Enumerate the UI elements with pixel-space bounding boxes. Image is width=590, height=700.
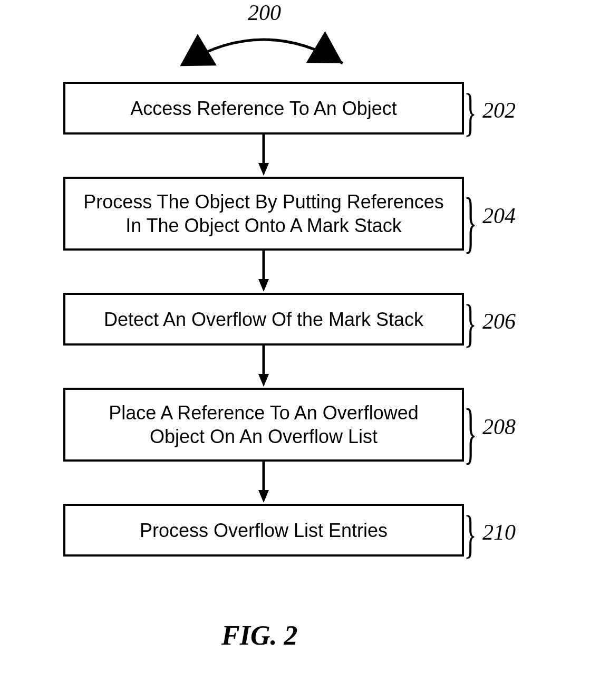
svg-marker-7 (258, 490, 269, 503)
figure-caption: FIG. 2 (221, 620, 297, 651)
ref-brace: } (464, 504, 477, 564)
step-text: Process The Object By Putting References… (83, 190, 444, 237)
arrow-208-210 (258, 462, 269, 504)
ref-brace: } (464, 182, 477, 261)
ref-label-206: 206 (482, 309, 516, 334)
ref-brace: } (464, 82, 477, 142)
diagram-canvas: 200 Access Reference To An Object } 202 … (0, 0, 590, 700)
svg-marker-3 (258, 279, 269, 292)
ref-label-208: 208 (482, 414, 516, 439)
svg-marker-5 (258, 374, 269, 387)
ref-label-202: 202 (482, 98, 516, 123)
step-box-206: Detect An Overflow Of the Mark Stack (63, 293, 464, 346)
arrow-202-204 (258, 135, 269, 177)
step-text: Detect An Overflow Of the Mark Stack (104, 308, 423, 331)
top-label-200: 200 (248, 0, 281, 25)
ref-label-204: 204 (482, 203, 516, 228)
ref-brace: } (464, 293, 477, 353)
ref-brace: } (464, 393, 477, 472)
svg-marker-1 (258, 163, 269, 176)
ref-label-210: 210 (482, 520, 516, 545)
step-box-210: Process Overflow List Entries (63, 504, 464, 557)
step-text: Process Overflow List Entries (140, 519, 388, 542)
step-text: Access Reference To An Object (130, 97, 397, 120)
step-box-202: Access Reference To An Object (63, 82, 464, 135)
step-box-208: Place A Reference To An Overflowed Objec… (63, 388, 464, 462)
step-text: Place A Reference To An Overflowed Objec… (109, 401, 419, 448)
arrow-206-208 (258, 346, 269, 388)
arrow-204-206 (258, 251, 269, 293)
step-box-204: Process The Object By Putting References… (63, 177, 464, 251)
